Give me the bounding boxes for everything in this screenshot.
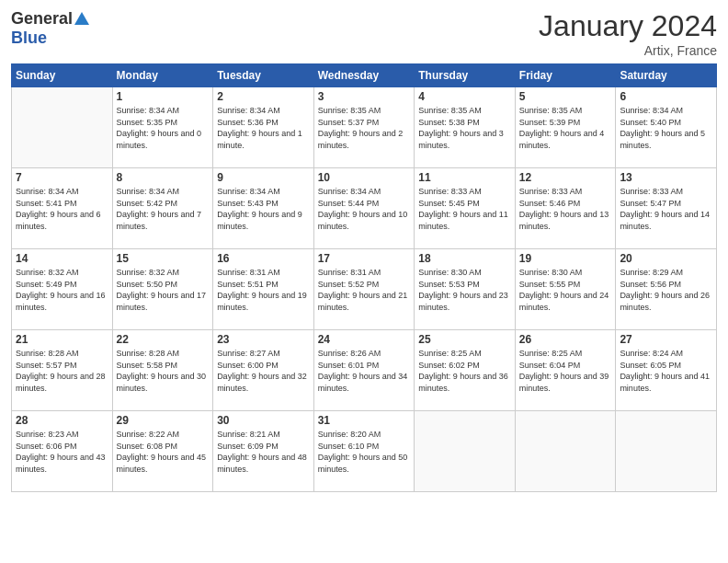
calendar-week-row: 7Sunrise: 8:34 AM Sunset: 5:41 PM Daylig… <box>12 168 717 249</box>
calendar-week-row: 28Sunrise: 8:23 AM Sunset: 6:06 PM Dayli… <box>12 411 717 492</box>
day-info: Sunrise: 8:23 AM Sunset: 6:06 PM Dayligh… <box>16 429 108 475</box>
day-number: 1 <box>117 90 210 103</box>
day-info: Sunrise: 8:34 AM Sunset: 5:40 PM Dayligh… <box>620 105 712 151</box>
calendar-cell: 3Sunrise: 8:35 AM Sunset: 5:37 PM Daylig… <box>313 87 415 168</box>
day-info: Sunrise: 8:34 AM Sunset: 5:43 PM Dayligh… <box>217 186 310 232</box>
day-number: 9 <box>217 171 310 184</box>
location: Artix, France <box>539 43 717 58</box>
weekday-header: Thursday <box>415 64 516 87</box>
weekday-header: Monday <box>112 64 213 87</box>
day-number: 13 <box>620 171 712 184</box>
calendar-cell: 17Sunrise: 8:31 AM Sunset: 5:52 PM Dayli… <box>313 249 415 330</box>
calendar-cell: 2Sunrise: 8:34 AM Sunset: 5:36 PM Daylig… <box>213 87 314 168</box>
day-info: Sunrise: 8:21 AM Sunset: 6:09 PM Dayligh… <box>217 429 310 475</box>
day-info: Sunrise: 8:25 AM Sunset: 6:04 PM Dayligh… <box>519 348 612 394</box>
day-number: 15 <box>117 252 210 265</box>
day-number: 11 <box>418 171 511 184</box>
day-number: 21 <box>16 333 108 346</box>
day-info: Sunrise: 8:34 AM Sunset: 5:44 PM Dayligh… <box>318 186 411 232</box>
calendar-cell <box>515 411 616 492</box>
day-number: 19 <box>519 252 612 265</box>
day-number: 31 <box>318 414 411 427</box>
weekday-header: Saturday <box>616 64 717 87</box>
calendar-cell: 29Sunrise: 8:22 AM Sunset: 6:08 PM Dayli… <box>112 411 213 492</box>
calendar-cell: 19Sunrise: 8:30 AM Sunset: 5:55 PM Dayli… <box>515 249 616 330</box>
day-info: Sunrise: 8:33 AM Sunset: 5:45 PM Dayligh… <box>418 186 511 232</box>
day-info: Sunrise: 8:32 AM Sunset: 5:49 PM Dayligh… <box>16 267 108 313</box>
logo-blue: Blue <box>11 29 47 48</box>
calendar-cell: 9Sunrise: 8:34 AM Sunset: 5:43 PM Daylig… <box>213 168 314 249</box>
calendar-cell: 1Sunrise: 8:34 AM Sunset: 5:35 PM Daylig… <box>112 87 213 168</box>
title-block: January 2024 Artix, France <box>539 9 717 58</box>
calendar-week-row: 21Sunrise: 8:28 AM Sunset: 5:57 PM Dayli… <box>12 330 717 411</box>
calendar-cell: 27Sunrise: 8:24 AM Sunset: 6:05 PM Dayli… <box>616 330 717 411</box>
day-info: Sunrise: 8:22 AM Sunset: 6:08 PM Dayligh… <box>117 429 210 475</box>
calendar-cell: 24Sunrise: 8:26 AM Sunset: 6:01 PM Dayli… <box>313 330 415 411</box>
day-number: 27 <box>620 333 712 346</box>
day-info: Sunrise: 8:31 AM Sunset: 5:51 PM Dayligh… <box>217 267 310 313</box>
day-info: Sunrise: 8:24 AM Sunset: 6:05 PM Dayligh… <box>620 348 712 394</box>
day-info: Sunrise: 8:30 AM Sunset: 5:55 PM Dayligh… <box>519 267 612 313</box>
weekday-header: Wednesday <box>313 64 415 87</box>
page-header: General Blue January 2024 Artix, France <box>11 9 717 58</box>
calendar-cell: 21Sunrise: 8:28 AM Sunset: 5:57 PM Dayli… <box>12 330 113 411</box>
day-number: 4 <box>418 90 511 103</box>
day-number: 22 <box>117 333 210 346</box>
calendar-cell: 15Sunrise: 8:32 AM Sunset: 5:50 PM Dayli… <box>112 249 213 330</box>
day-info: Sunrise: 8:34 AM Sunset: 5:41 PM Dayligh… <box>16 186 108 232</box>
calendar-cell: 10Sunrise: 8:34 AM Sunset: 5:44 PM Dayli… <box>313 168 415 249</box>
day-number: 3 <box>318 90 411 103</box>
calendar-cell: 14Sunrise: 8:32 AM Sunset: 5:49 PM Dayli… <box>12 249 113 330</box>
calendar-week-row: 14Sunrise: 8:32 AM Sunset: 5:49 PM Dayli… <box>12 249 717 330</box>
day-number: 12 <box>519 171 612 184</box>
calendar-cell <box>12 87 113 168</box>
day-number: 7 <box>16 171 108 184</box>
day-info: Sunrise: 8:33 AM Sunset: 5:46 PM Dayligh… <box>519 186 612 232</box>
calendar-week-row: 1Sunrise: 8:34 AM Sunset: 5:35 PM Daylig… <box>12 87 717 168</box>
day-number: 10 <box>318 171 411 184</box>
day-info: Sunrise: 8:35 AM Sunset: 5:38 PM Dayligh… <box>418 105 511 151</box>
calendar-cell: 25Sunrise: 8:25 AM Sunset: 6:02 PM Dayli… <box>415 330 516 411</box>
day-number: 23 <box>217 333 310 346</box>
weekday-header: Sunday <box>12 64 113 87</box>
day-number: 2 <box>217 90 310 103</box>
day-info: Sunrise: 8:27 AM Sunset: 6:00 PM Dayligh… <box>217 348 310 394</box>
weekday-header: Tuesday <box>213 64 314 87</box>
day-number: 14 <box>16 252 108 265</box>
day-number: 25 <box>418 333 511 346</box>
day-info: Sunrise: 8:29 AM Sunset: 5:56 PM Dayligh… <box>620 267 712 313</box>
calendar-cell: 6Sunrise: 8:34 AM Sunset: 5:40 PM Daylig… <box>616 87 717 168</box>
calendar-cell: 11Sunrise: 8:33 AM Sunset: 5:45 PM Dayli… <box>415 168 516 249</box>
logo: General Blue <box>11 9 89 48</box>
calendar-cell: 30Sunrise: 8:21 AM Sunset: 6:09 PM Dayli… <box>213 411 314 492</box>
day-number: 5 <box>519 90 612 103</box>
day-info: Sunrise: 8:34 AM Sunset: 5:35 PM Dayligh… <box>117 105 210 151</box>
day-info: Sunrise: 8:34 AM Sunset: 5:42 PM Dayligh… <box>117 186 210 232</box>
day-info: Sunrise: 8:31 AM Sunset: 5:52 PM Dayligh… <box>318 267 411 313</box>
calendar-cell: 7Sunrise: 8:34 AM Sunset: 5:41 PM Daylig… <box>12 168 113 249</box>
calendar-cell: 23Sunrise: 8:27 AM Sunset: 6:00 PM Dayli… <box>213 330 314 411</box>
calendar-cell: 5Sunrise: 8:35 AM Sunset: 5:39 PM Daylig… <box>515 87 616 168</box>
day-number: 17 <box>318 252 411 265</box>
calendar-cell: 20Sunrise: 8:29 AM Sunset: 5:56 PM Dayli… <box>616 249 717 330</box>
day-number: 6 <box>620 90 712 103</box>
logo-triangle-icon <box>74 12 89 25</box>
day-info: Sunrise: 8:34 AM Sunset: 5:36 PM Dayligh… <box>217 105 310 151</box>
day-info: Sunrise: 8:30 AM Sunset: 5:53 PM Dayligh… <box>418 267 511 313</box>
calendar-cell: 28Sunrise: 8:23 AM Sunset: 6:06 PM Dayli… <box>12 411 113 492</box>
calendar-table: SundayMondayTuesdayWednesdayThursdayFrid… <box>11 63 717 492</box>
day-number: 18 <box>418 252 511 265</box>
day-number: 16 <box>217 252 310 265</box>
day-info: Sunrise: 8:26 AM Sunset: 6:01 PM Dayligh… <box>318 348 411 394</box>
calendar-cell: 4Sunrise: 8:35 AM Sunset: 5:38 PM Daylig… <box>415 87 516 168</box>
calendar-cell: 13Sunrise: 8:33 AM Sunset: 5:47 PM Dayli… <box>616 168 717 249</box>
calendar-cell: 12Sunrise: 8:33 AM Sunset: 5:46 PM Dayli… <box>515 168 616 249</box>
logo-general: General <box>11 9 73 29</box>
month-title: January 2024 <box>539 9 717 43</box>
day-info: Sunrise: 8:33 AM Sunset: 5:47 PM Dayligh… <box>620 186 712 232</box>
calendar-cell <box>616 411 717 492</box>
day-number: 20 <box>620 252 712 265</box>
day-number: 30 <box>217 414 310 427</box>
calendar-cell <box>415 411 516 492</box>
day-info: Sunrise: 8:35 AM Sunset: 5:37 PM Dayligh… <box>318 105 411 151</box>
